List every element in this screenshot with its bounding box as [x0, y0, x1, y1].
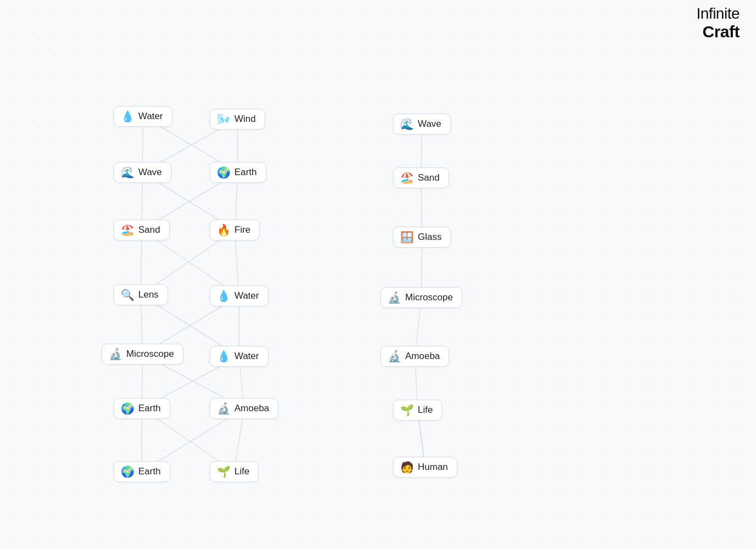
card-emoji-wave1: 🌊 [121, 167, 135, 178]
card-emoji-water1: 💧 [121, 111, 135, 122]
app-title-line1: Infinite [697, 5, 740, 23]
card-water2[interactable]: 💧Water [210, 285, 268, 306]
card-emoji-sand2: 🏖️ [400, 172, 414, 183]
card-emoji-glass2: 🪟 [400, 232, 414, 243]
card-emoji-earth3: 🌍 [121, 466, 135, 477]
card-label-water1: Water [138, 111, 163, 122]
card-fire1[interactable]: 🔥Fire [210, 220, 260, 240]
card-emoji-life2: 🌱 [400, 405, 414, 416]
card-emoji-amoeba2: 🔬 [388, 351, 401, 362]
card-microscope1[interactable]: 🔬Microscope [102, 344, 183, 365]
card-label-human1: Human [418, 462, 448, 473]
card-wave2[interactable]: 🌊Wave [393, 114, 451, 135]
card-earth2[interactable]: 🌍Earth [114, 398, 170, 419]
card-emoji-earth1: 🌍 [217, 167, 231, 178]
app-title-line2: Craft [697, 23, 740, 41]
card-lens1[interactable]: 🔍Lens [114, 284, 168, 305]
card-earth3[interactable]: 🌍Earth [114, 461, 170, 482]
card-water1[interactable]: 💧Water [114, 106, 172, 127]
card-label-fire1: Fire [234, 225, 250, 236]
card-label-life2: Life [418, 405, 433, 416]
card-life1[interactable]: 🌱Life [210, 461, 259, 482]
card-emoji-wave2: 🌊 [400, 119, 414, 130]
card-earth1[interactable]: 🌍Earth [210, 162, 266, 183]
card-label-glass2: Glass [418, 232, 441, 243]
card-emoji-life1: 🌱 [217, 466, 231, 477]
card-label-wave1: Wave [138, 167, 162, 178]
card-emoji-lens1: 🔍 [121, 289, 135, 300]
card-sand1[interactable]: 🏖️Sand [114, 220, 170, 240]
card-emoji-microscope1: 🔬 [109, 349, 122, 360]
card-emoji-water3: 💧 [217, 351, 231, 362]
card-emoji-water2: 💧 [217, 290, 231, 301]
card-label-amoeba2: Amoeba [405, 351, 440, 362]
card-label-earth2: Earth [138, 403, 161, 414]
card-label-wind1: Wind [234, 114, 256, 125]
card-label-microscope1: Microscope [126, 349, 174, 360]
card-label-amoeba1: Amoeba [234, 403, 269, 414]
card-wave1[interactable]: 🌊Wave [114, 162, 171, 183]
card-human1[interactable]: 🧑Human [393, 457, 457, 478]
card-sand2[interactable]: 🏖️Sand [393, 167, 449, 188]
card-label-earth1: Earth [234, 167, 257, 178]
card-life2[interactable]: 🌱Life [393, 400, 442, 421]
card-emoji-wind1: 🌬️ [217, 114, 231, 125]
card-water3[interactable]: 💧Water [210, 346, 268, 367]
card-label-earth3: Earth [138, 466, 161, 477]
card-glass2[interactable]: 🪟Glass [393, 227, 451, 248]
card-label-wave2: Wave [418, 119, 441, 130]
card-amoeba1[interactable]: 🔬Amoeba [210, 398, 278, 419]
card-emoji-sand1: 🏖️ [121, 225, 135, 236]
card-amoeba2[interactable]: 🔬Amoeba [380, 346, 449, 367]
card-label-water3: Water [234, 351, 259, 362]
card-label-life1: Life [234, 466, 249, 477]
card-wind1[interactable]: 🌬️Wind [210, 109, 265, 130]
card-emoji-amoeba1: 🔬 [217, 403, 231, 414]
card-emoji-fire1: 🔥 [217, 225, 231, 236]
card-label-lens1: Lens [138, 289, 159, 300]
card-emoji-earth2: 🌍 [121, 403, 135, 414]
app-title: Infinite Craft [697, 5, 740, 41]
card-label-microscope2: Microscope [405, 292, 453, 303]
card-emoji-human1: 🧑 [400, 462, 414, 473]
card-label-sand2: Sand [418, 172, 440, 183]
card-label-water2: Water [234, 290, 259, 301]
card-microscope2[interactable]: 🔬Microscope [380, 287, 462, 308]
card-label-sand1: Sand [138, 225, 160, 236]
card-emoji-microscope2: 🔬 [388, 292, 401, 303]
